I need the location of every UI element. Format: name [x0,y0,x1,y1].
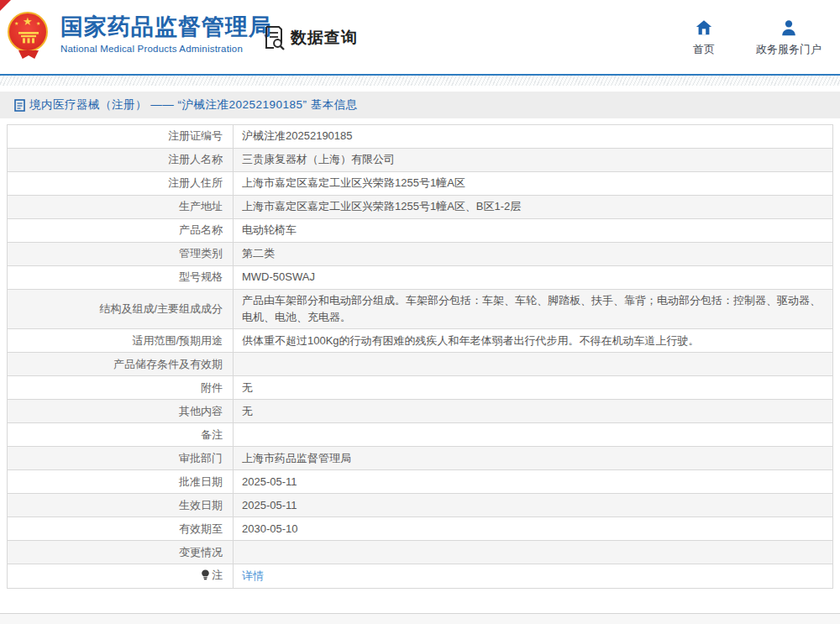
data-query-title: 数据查询 [291,27,358,49]
row-label: 型号规格 [8,266,234,290]
data-query-module[interactable]: 数据查询 [263,25,358,50]
bulb-icon [201,569,210,585]
page-header: ★ ★ ★ 国家药品监督管理局 National Medical Product… [0,0,840,76]
table-row: 注册证编号沪械注准20252190185 [8,125,833,149]
user-icon [780,18,798,37]
table-row: 适用范围/预期用途供体重不超过100Kg的行动有困难的残疾人和年老体弱者出行代步… [8,329,833,353]
registration-info-table: 注册证编号沪械注准20252190185注册人名称三贵康复器材（上海）有限公司注… [7,124,833,589]
table-row: 注册人住所上海市嘉定区嘉定工业区兴荣路1255号1幢A区 [8,172,833,196]
row-value: 上海市药品监督管理局 [234,447,833,470]
table-row: 批准日期2025-05-11 [8,470,833,494]
table-row: 生产地址上海市嘉定区嘉定工业区兴荣路1255号1幢A区、B区1-2层 [8,196,833,219]
org-name-cn: 国家药品监督管理局 [60,15,272,40]
data-query-icon [263,25,285,50]
table-row: 产品名称电动轮椅车 [8,219,833,243]
org-name-en: National Medical Products Administration [60,44,272,54]
row-value [234,423,833,447]
footer-strip [0,613,840,624]
national-emblem-icon: ★ ★ ★ [7,10,50,59]
row-value: 2025-05-11 [234,494,833,517]
table-row: 管理类别第二类 [8,243,833,266]
row-value: 无 [234,376,833,400]
row-value: 无 [234,400,833,423]
nmpa-logo[interactable]: ★ ★ ★ 国家药品监督管理局 National Medical Product… [7,10,272,59]
table-row: 有效期至2030-05-10 [8,517,833,541]
table-row: 结构及组成/主要组成成分产品由车架部分和电动部分组成。车架部分包括：车架、车轮、… [8,290,833,329]
row-label: 注 [8,564,234,589]
row-label: 其他内容 [8,400,234,423]
row-label: 有效期至 [8,517,234,541]
table-row: 生效日期2025-05-11 [8,494,833,517]
row-value: 产品由车架部分和电动部分组成。车架部分包括：车架、车轮、脚踏板、扶手、靠背；电动… [234,290,833,329]
row-value: 供体重不超过100Kg的行动有困难的残疾人和年老体弱者出行代步用。不得在机动车道… [234,329,833,353]
row-value: 电动轮椅车 [234,219,833,243]
row-value: 上海市嘉定区嘉定工业区兴荣路1255号1幢A区、B区1-2层 [234,196,833,219]
row-label: 批准日期 [8,470,234,494]
breadcrumb-text: 境内医疗器械（注册） —— “沪械注准20252190185” 基本信息 [29,97,358,113]
row-label: 适用范围/预期用途 [8,329,234,353]
home-icon [695,18,713,37]
row-label: 产品储存条件及有效期 [8,353,234,376]
detail-link[interactable]: 详情 [242,569,264,582]
table-row: 变更情况 [8,541,833,564]
breadcrumb: 境内医疗器械（注册） —— “沪械注准20252190185” 基本信息 [0,92,840,118]
registration-info-table-wrap: 注册证编号沪械注准20252190185注册人名称三贵康复器材（上海）有限公司注… [7,124,833,589]
row-label: 生产地址 [8,196,234,219]
row-value [234,353,833,376]
row-label: 注册人住所 [8,172,234,196]
info-table-body: 注册证编号沪械注准20252190185注册人名称三贵康复器材（上海）有限公司注… [8,125,833,589]
table-row: 其他内容无 [8,400,833,423]
row-label: 审批部门 [8,447,234,470]
row-label: 管理类别 [8,243,234,266]
table-row: 备注 [8,423,833,447]
row-label: 产品名称 [8,219,234,243]
row-value: 第二类 [234,243,833,266]
table-row: 审批部门上海市药品监督管理局 [8,447,833,470]
row-label: 生效日期 [8,494,234,517]
table-row: 产品储存条件及有效期 [8,353,833,376]
row-label: 附件 [8,376,234,400]
row-value: 三贵康复器材（上海）有限公司 [234,149,833,172]
gate-shape [17,32,40,44]
row-label: 注册证编号 [8,125,234,149]
row-value: 沪械注准20252190185 [234,125,833,149]
table-row: 注册人名称三贵康复器材（上海）有限公司 [8,149,833,172]
row-value: MWD-50SWAJ [234,266,833,290]
hatch-decoration-band [0,76,840,86]
row-value: 2025-05-11 [234,470,833,494]
row-value: 上海市嘉定区嘉定工业区兴荣路1255号1幢A区 [234,172,833,196]
top-navigation: 首页 政务服务门户 [684,18,822,57]
document-icon [14,99,25,112]
row-label: 结构及组成/主要组成成分 [8,290,234,329]
nav-home[interactable]: 首页 [684,18,724,57]
row-label: 注册人名称 [8,149,234,172]
row-label: 变更情况 [8,541,234,564]
nav-portal[interactable]: 政务服务门户 [756,18,822,57]
row-value: 详情 [234,564,833,589]
table-row: 注详情 [8,564,833,589]
row-value: 2030-05-10 [234,517,833,541]
nav-home-label: 首页 [693,42,715,57]
row-label: 备注 [8,423,234,447]
table-row: 型号规格MWD-50SWAJ [8,266,833,290]
table-row: 附件无 [8,376,833,400]
row-value [234,541,833,564]
nav-portal-label: 政务服务门户 [756,42,822,57]
